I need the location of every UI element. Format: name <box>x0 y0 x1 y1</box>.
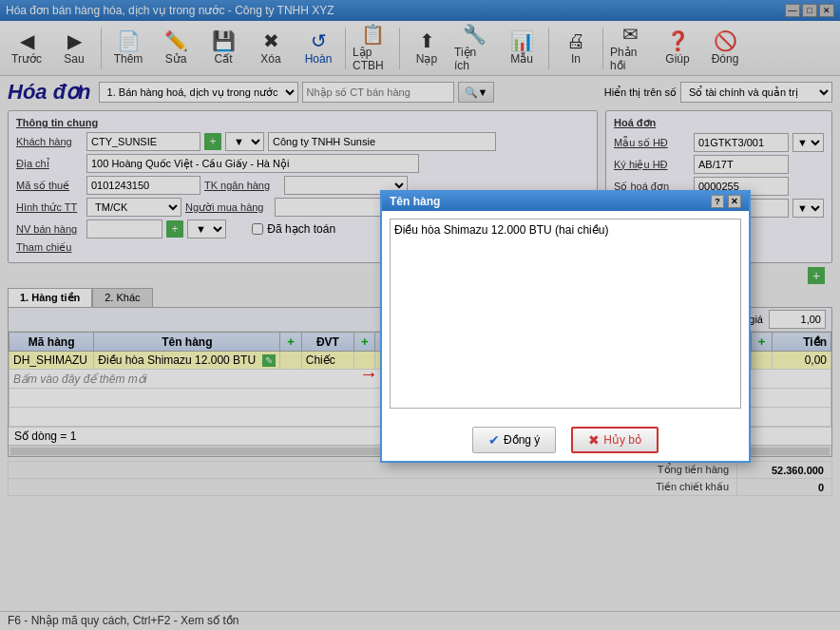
modal-title-icons: ? ✕ <box>711 195 741 208</box>
arrow-indicator: → <box>359 363 378 385</box>
confirm-check-icon: ✔ <box>488 432 500 448</box>
cancel-x-icon: ✖ <box>588 432 600 448</box>
modal-buttons: ✔ Đồng ý ✖ Hủy bỏ <box>382 419 749 461</box>
modal-overlay: Tên hàng ? ✕ Điều hòa Shimazu 12.000 BTU… <box>0 0 840 630</box>
modal-title-bar: Tên hàng ? ✕ <box>382 192 749 211</box>
modal-cancel-label: Hủy bỏ <box>603 433 641 447</box>
modal-title: Tên hàng <box>390 195 440 208</box>
modal-cancel-button[interactable]: ✖ Hủy bỏ <box>571 427 659 453</box>
modal-body: Điều hòa Shimazu 12.000 BTU (hai chiều) <box>382 211 749 419</box>
tenhang-modal: Tên hàng ? ✕ Điều hòa Shimazu 12.000 BTU… <box>380 190 751 463</box>
modal-confirm-label: Đồng ý <box>504 433 540 447</box>
modal-confirm-button[interactable]: ✔ Đồng ý <box>472 427 556 453</box>
tenhang-textarea[interactable]: Điều hòa Shimazu 12.000 BTU (hai chiều) <box>390 219 741 409</box>
modal-close-button[interactable]: ✕ <box>728 195 741 208</box>
modal-help-button[interactable]: ? <box>711 195 724 208</box>
